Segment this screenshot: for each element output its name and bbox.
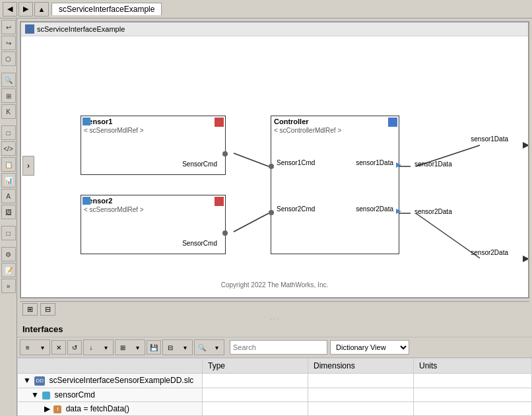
fn-icon-3: f: [53, 405, 61, 413]
toolbar-btn-14[interactable]: ⚙: [1, 247, 16, 261]
row1-name[interactable]: ▼ DD scServiceInterfaceSensorExampleDD.s…: [18, 374, 203, 388]
col-dimensions-header[interactable]: Dimensions: [308, 359, 414, 374]
col-type-header[interactable]: Type: [203, 359, 308, 374]
bus-icon-2: [42, 392, 50, 399]
sensor1-port-label: SensorCmd: [182, 160, 217, 168]
iface-btn-list[interactable]: ≡: [20, 340, 35, 355]
ctrl-in2-dot: [269, 210, 274, 215]
iface-btn-save[interactable]: 💾: [147, 340, 161, 355]
interfaces-table: Type Dimensions Units ▼ DD scServiceInte…: [17, 358, 532, 416]
toolbar-btn-5[interactable]: ⊞: [1, 88, 16, 103]
diagram-title: scServiceInterfaceExample: [37, 25, 125, 33]
expand-icon-1[interactable]: ▼: [23, 376, 31, 385]
iface-btn-dropdown1[interactable]: ▾: [35, 340, 50, 355]
content-area: scServiceInterfaceExample: [17, 18, 532, 416]
row2-label: sensorCmd: [55, 390, 95, 399]
svg-line-1: [234, 213, 269, 232]
toolbar-sep-4: [1, 242, 16, 246]
file-icon-1: DD: [34, 376, 45, 386]
iface-btn-import[interactable]: ↓: [84, 340, 98, 355]
sensor1-title: Sensor1: [81, 116, 225, 127]
row3-type: [203, 402, 308, 416]
title-text: scServiceInterfaceExample: [59, 5, 154, 14]
controller-block[interactable]: Controller < scControllerMdlRef > Sensor…: [271, 116, 399, 254]
row1-dimensions: [308, 374, 414, 388]
iface-btn-export-drop[interactable]: ▾: [130, 340, 145, 355]
row3-dimensions: [308, 402, 414, 416]
row2-units: [414, 388, 532, 402]
sensor2-title: Sensor2: [81, 195, 225, 206]
toolbar-btn-1[interactable]: ↩: [1, 20, 16, 34]
toolbar-btn-9[interactable]: 📋: [1, 157, 16, 172]
row3-name[interactable]: ▶ f data = fetchData(): [18, 402, 203, 416]
toolbar-btn-8[interactable]: </>: [1, 141, 16, 156]
table-row[interactable]: ▼ DD scServiceInterfaceSensorExampleDD.s…: [18, 374, 532, 388]
row2-dimensions: [308, 388, 414, 402]
sensor2data-ext-label: sensor2Data: [415, 208, 452, 215]
iface-btn-export[interactable]: ⊞: [116, 340, 130, 355]
diagram-header-icon: [25, 24, 34, 34]
expand-icon-2[interactable]: ▼: [31, 390, 39, 399]
toolbar-sep-1: [1, 67, 16, 71]
toolbar-group-3: ↓ ▾: [83, 339, 114, 355]
ctrl-out1-arrow: [396, 162, 401, 168]
back-button[interactable]: ◀: [3, 2, 17, 17]
toolbar-btn-12[interactable]: 🖼: [1, 205, 16, 219]
table-row[interactable]: ▶ f data = fetchData(): [18, 402, 532, 416]
sensor2-block[interactable]: Sensor2 < scSensorMdlRef > SensorCmd: [81, 195, 226, 254]
main-layout: ↩ ↪ ⬡ 🔍 ⊞ K □ </> 📋 📊 A 🖼 □ ⚙ 📝 » scServ…: [0, 18, 532, 416]
toolbar-btn-15[interactable]: 📝: [1, 263, 16, 277]
iface-btn-view[interactable]: ⊟: [163, 340, 178, 355]
col-units-header[interactable]: Units: [414, 359, 532, 374]
table-row[interactable]: ▼ sensorCmd: [18, 388, 532, 402]
sensor1-port-dot: [222, 151, 228, 156]
toolbar-btn-16[interactable]: »: [1, 279, 16, 293]
canvas-nav-chevron[interactable]: ›: [22, 156, 34, 176]
row2-name[interactable]: ▼ sensorCmd: [18, 388, 203, 402]
up-button[interactable]: ▲: [34, 2, 49, 17]
row1-label: scServiceInterfaceSensorExampleDD.slc: [50, 376, 194, 385]
sensor1data-ext-label: sensor1Data: [415, 160, 452, 168]
iface-btn-view-drop[interactable]: ▾: [178, 340, 192, 355]
toolbar-btn-2[interactable]: ↪: [1, 36, 16, 50]
view-dropdown[interactable]: Dictionary View List View Tree View: [330, 340, 409, 355]
toolbar-btn-11[interactable]: A: [1, 189, 16, 203]
ctrl-sensor2data-label: sensor2Data: [356, 205, 393, 213]
forward-button[interactable]: ▶: [18, 2, 33, 17]
row1-type: [203, 374, 308, 388]
diagram-tab-model[interactable]: ⊞: [22, 303, 38, 316]
diagram-tabs: ⊞ ⊟: [20, 301, 529, 317]
interfaces-header: Interfaces: [17, 322, 532, 337]
iface-btn-filter-drop[interactable]: ▾: [209, 340, 224, 355]
toolbar-btn-4[interactable]: 🔍: [1, 73, 16, 87]
svg-line-0: [234, 153, 269, 166]
diagram-header: scServiceInterfaceExample: [21, 22, 528, 36]
interfaces-panel: Interfaces ≡ ▾ ✕ ↺ ↓ ▾ ⊞ ▾: [17, 321, 532, 416]
copyright-text: Copyright 2022 The MathWorks, Inc.: [221, 281, 329, 289]
row1-units: [414, 374, 532, 388]
toolbar-btn-3[interactable]: ⬡: [1, 52, 16, 66]
iface-btn-refresh[interactable]: ↺: [67, 340, 82, 355]
svg-marker-6: [523, 142, 528, 149]
controller-title: Controller: [271, 116, 399, 127]
iface-btn-import-drop[interactable]: ▾: [98, 340, 113, 355]
ctrl-sensor1cmd-label: Sensor1Cmd: [277, 159, 315, 166]
toolbar-btn-13[interactable]: □: [1, 226, 16, 240]
diagram-canvas[interactable]: Sensor1 < scSensorMdlRef > SensorCmd Sen…: [21, 36, 528, 295]
expand-icon-3[interactable]: ▶: [44, 404, 50, 413]
ctrl-out2-arrow: [396, 209, 401, 214]
controller-subtitle: < scControllerMdlRef >: [271, 127, 399, 134]
nav-buttons: ◀ ▶ ▲: [3, 2, 49, 17]
iface-btn-filter[interactable]: 🔍: [195, 340, 209, 355]
sensor2-indicator: [83, 197, 90, 205]
ctrl-in1-dot: [269, 164, 274, 169]
iface-btn-delete[interactable]: ✕: [51, 340, 66, 355]
sensor1-indicator: [83, 118, 90, 125]
search-input[interactable]: [230, 340, 327, 355]
toolbar-btn-10[interactable]: 📊: [1, 173, 16, 188]
diagram-tab-hier[interactable]: ⊟: [40, 303, 55, 316]
toolbar-group-6: 🔍 ▾: [194, 339, 224, 355]
sensor1-block[interactable]: Sensor1 < scSensorMdlRef > SensorCmd: [81, 116, 226, 175]
toolbar-btn-7[interactable]: □: [1, 125, 16, 140]
toolbar-btn-6[interactable]: K: [1, 104, 16, 119]
